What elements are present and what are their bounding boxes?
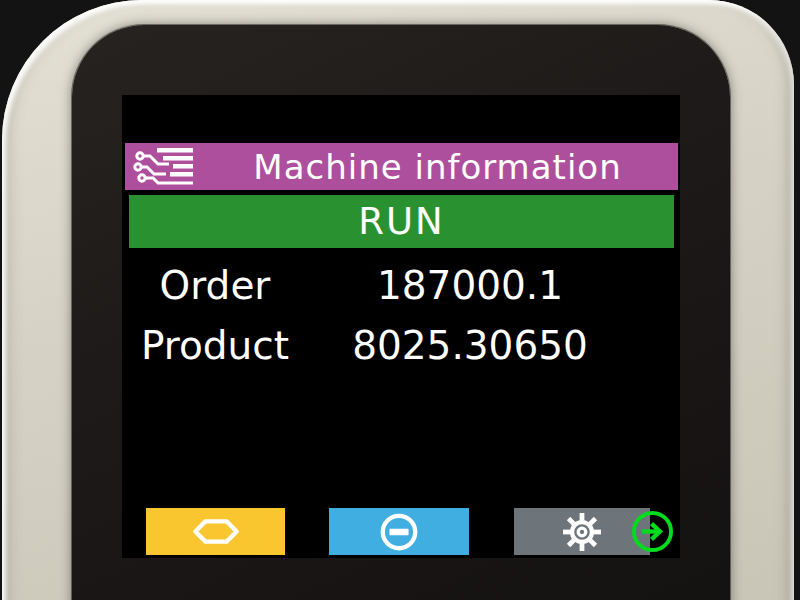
- table-row: Product 8025.30650: [125, 315, 678, 375]
- product-label: Product: [125, 323, 305, 368]
- status-label: RUN: [358, 200, 444, 243]
- order-label: Order: [125, 263, 305, 308]
- device-body: Machine information RUN Order 187000.1 P…: [2, 0, 794, 600]
- status-banner: RUN: [129, 195, 674, 248]
- next-page-indicator[interactable]: [631, 510, 674, 553]
- gear-icon: [563, 513, 601, 551]
- stop-button[interactable]: [329, 508, 469, 555]
- table-row: Order 187000.1: [125, 255, 678, 315]
- page-title: Machine information: [197, 147, 678, 187]
- device-bezel: Machine information RUN Order 187000.1 P…: [72, 25, 730, 600]
- device-screen: Machine information RUN Order 187000.1 P…: [122, 95, 680, 558]
- title-bar: Machine information: [125, 143, 678, 190]
- circle-minus-icon: [378, 511, 420, 553]
- hexagon-button[interactable]: [146, 508, 285, 555]
- product-value: 8025.30650: [305, 323, 635, 368]
- hexagon-icon: [191, 517, 241, 546]
- order-value: 187000.1: [305, 263, 635, 308]
- arrow-right-circle-icon: [631, 510, 674, 553]
- circuit-board-icon: [131, 146, 197, 188]
- settings-button[interactable]: [514, 508, 650, 555]
- info-table: Order 187000.1 Product 8025.30650: [125, 255, 678, 375]
